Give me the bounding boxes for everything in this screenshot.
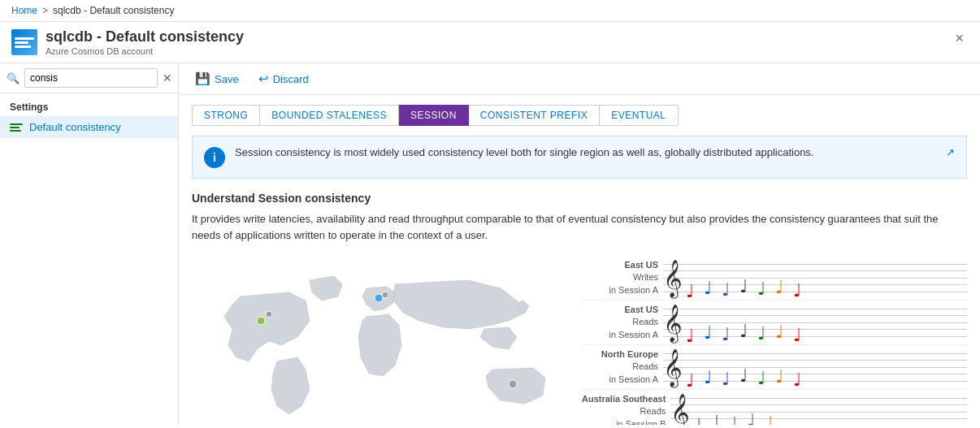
note-2-1: ♩ <box>704 369 712 387</box>
info-icon: i <box>204 147 225 168</box>
treble-clef-3: 𝄞 <box>670 396 690 425</box>
svg-point-4 <box>509 380 517 388</box>
note-1-4: ♩ <box>757 325 765 343</box>
music-row-label-3: Australia SoutheastReadsin Session B <box>582 393 670 425</box>
music-row-3: Australia SoutheastReadsin Session B𝄞♩♩♩… <box>582 390 967 425</box>
music-row-2: North EuropeReadsin Session A𝄞♩♩♩♩♩♩♩ <box>582 345 967 390</box>
header-left: sqlcdb - Default consistency Azure Cosmo… <box>11 28 244 56</box>
tab-consistent-prefix[interactable]: CONSISTENT PREFIX <box>469 105 600 126</box>
music-row-label-0: East USWritesin Session A <box>582 259 663 296</box>
note-3-1: ♩ <box>711 413 719 426</box>
close-button[interactable]: × <box>950 28 969 49</box>
note-0-2: ♩ <box>722 281 730 299</box>
note-2-6: ♩ <box>793 371 801 389</box>
music-rows: East USWritesin Session A𝄞♩♩♩♩♩♩♩East US… <box>582 256 967 425</box>
sidebar-item-label: Default consistency <box>29 121 121 133</box>
note-2-3: ♩ <box>739 367 748 385</box>
note-0-0: ♩ <box>686 283 694 300</box>
music-row-1: East USReadsin Session A𝄞♩♩♩♩♩♩♩ <box>582 300 967 345</box>
note-0-6: ♩ <box>793 282 801 300</box>
notes-2: ♩♩♩♩♩♩♩ <box>686 345 801 390</box>
note-0-1: ♩ <box>704 279 712 297</box>
breadcrumb-home[interactable]: Home <box>11 5 37 16</box>
discard-button[interactable]: ↩ Discard <box>255 70 312 88</box>
consistency-tabs: STRONG BOUNDED STALENESS SESSION CONSIST… <box>179 95 980 136</box>
tab-bounded-staleness[interactable]: BOUNDED STALENESS <box>260 105 399 126</box>
header-subtitle: Azure Cosmos DB account <box>46 46 244 56</box>
search-bar: 🔍 ✕ « <box>0 63 178 93</box>
breadcrumb-sep: > <box>42 5 48 16</box>
music-diagram: East USWritesin Session A𝄞♩♩♩♩♩♩♩East US… <box>179 256 980 425</box>
note-3-3: ♩ <box>747 412 755 426</box>
main-layout: 🔍 ✕ « Settings Default consistency 💾 Sav… <box>0 63 980 425</box>
treble-clef-0: 𝄞 <box>663 262 683 294</box>
music-staff-1: 𝄞♩♩♩♩♩♩♩ <box>663 300 967 345</box>
description-text: It provides write latencies, availabilit… <box>192 211 967 243</box>
discard-icon: ↩ <box>258 71 269 86</box>
tab-eventual[interactable]: EVENTUAL <box>600 105 678 126</box>
note-1-1: ♩ <box>704 324 712 342</box>
page-title: sqlcdb - Default consistency <box>46 28 244 45</box>
sidebar-section-label: Settings <box>0 93 178 116</box>
note-3-4: ♩ <box>765 414 773 426</box>
tab-session[interactable]: SESSION <box>399 105 469 126</box>
music-row-label-1: East USReadsin Session A <box>582 304 663 341</box>
world-map <box>192 256 582 425</box>
info-banner: i Session consistency is most widely use… <box>192 136 967 179</box>
music-row-label-2: North EuropeReadsin Session A <box>582 348 663 386</box>
note-0-3: ♩ <box>739 278 748 296</box>
sidebar-item-icon <box>10 123 23 132</box>
note-1-2: ♩ <box>722 326 730 344</box>
toolbar: 💾 Save ↩ Discard <box>179 63 980 95</box>
note-0-5: ♩ <box>775 279 783 296</box>
search-input[interactable] <box>24 68 158 88</box>
note-2-5: ♩ <box>775 368 783 386</box>
discard-label: Discard <box>273 73 309 85</box>
music-staff-0: 𝄞♩♩♩♩♩♩♩ <box>663 256 967 300</box>
svg-point-3 <box>382 292 388 298</box>
external-link-icon[interactable]: ↗ <box>946 146 955 158</box>
notes-0: ♩♩♩♩♩♩♩ <box>686 256 801 300</box>
treble-clef-1: 𝄞 <box>663 306 683 339</box>
breadcrumb: Home > sqlcdb - Default consistency <box>0 0 980 22</box>
treble-clef-2: 𝄞 <box>663 351 683 383</box>
search-icon: 🔍 <box>7 72 20 84</box>
note-2-2: ♩ <box>722 370 730 388</box>
tab-strong[interactable]: STRONG <box>192 105 260 126</box>
description-section: Understand Session consistency It provid… <box>179 192 980 256</box>
content-area: 💾 Save ↩ Discard STRONG BOUNDED STALENES… <box>179 63 980 425</box>
note-0-4: ♩ <box>757 280 765 298</box>
music-staff-2: 𝄞♩♩♩♩♩♩♩ <box>663 345 967 390</box>
note-3-0: ♩ <box>693 417 701 426</box>
cosmos-icon <box>11 29 37 55</box>
music-staff-3: 𝄞♩♩♩♩♩ <box>670 390 967 426</box>
save-label: Save <box>215 73 239 85</box>
notes-1: ♩♩♩♩♩♩♩ <box>686 300 801 345</box>
info-text: Session consistency is most widely used … <box>235 146 936 158</box>
header: sqlcdb - Default consistency Azure Cosmo… <box>0 22 980 63</box>
note-1-5: ♩ <box>775 323 783 341</box>
note-2-4: ♩ <box>757 370 765 387</box>
sidebar: 🔍 ✕ « Settings Default consistency <box>0 63 179 425</box>
note-1-3: ♩ <box>739 322 748 340</box>
notes-3: ♩♩♩♩♩ <box>693 390 773 426</box>
sidebar-item-default-consistency[interactable]: Default consistency <box>0 116 178 138</box>
header-title-block: sqlcdb - Default consistency Azure Cosmo… <box>46 28 244 56</box>
breadcrumb-current: sqlcdb - Default consistency <box>53 5 174 16</box>
note-1-6: ♩ <box>793 326 801 344</box>
world-map-svg <box>192 256 582 425</box>
search-clear-icon[interactable]: ✕ <box>163 71 172 84</box>
description-title: Understand Session consistency <box>192 192 967 205</box>
note-1-0: ♩ <box>686 327 694 345</box>
note-3-2: ♩ <box>729 415 737 426</box>
music-row-0: East USWritesin Session A𝄞♩♩♩♩♩♩♩ <box>582 256 967 300</box>
svg-point-2 <box>375 294 383 302</box>
svg-point-1 <box>266 311 272 318</box>
note-2-0: ♩ <box>686 372 694 390</box>
save-icon: 💾 <box>195 71 210 86</box>
save-button[interactable]: 💾 Save <box>192 70 242 88</box>
svg-point-0 <box>257 317 265 325</box>
